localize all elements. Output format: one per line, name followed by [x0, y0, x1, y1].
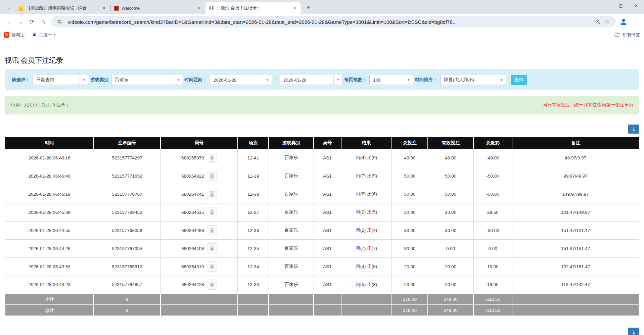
date-start-select[interactable]: 2026-01-28 ▼: [210, 75, 272, 85]
cell-time: 2026-01-28 06:45:39: [5, 203, 94, 221]
total-row-cell-4: [238, 305, 269, 316]
home-button[interactable]: ⌂: [38, 16, 49, 28]
query-type-select[interactable]: 日期查询 ▼: [33, 75, 89, 85]
banker-points: (7): [371, 246, 377, 251]
menu-kebab-icon[interactable]: ⋮: [629, 16, 641, 28]
red-ornament-icon: [113, 5, 119, 11]
query-button[interactable]: 查询: [511, 75, 527, 85]
video-record-button[interactable]: [207, 261, 217, 272]
video-record-button[interactable]: [207, 280, 217, 290]
cell-time: 2026-01-28 06:43:23: [5, 276, 94, 294]
cell-session: 12-37: [238, 203, 269, 221]
total-row-cell-1: 总计: [5, 305, 94, 316]
tab-close-icon[interactable]: ✕: [196, 5, 202, 11]
page-1-button-bottom[interactable]: 1: [628, 328, 639, 335]
video-record-button[interactable]: [207, 207, 217, 217]
zoom-icon[interactable]: [593, 17, 602, 27]
maximize-button[interactable]: ▢: [613, 0, 629, 11]
page-1-button[interactable]: 1: [628, 125, 639, 134]
chevron-down-icon: ▼: [497, 75, 506, 85]
chevron-down-icon: ▼: [404, 75, 413, 85]
table-row: 2026-01-28 06:46:19523157770760680264741…: [5, 185, 639, 203]
cell-valid-bet: 20.00: [428, 276, 473, 294]
subtotal-row-cell-2: 8: [94, 294, 160, 305]
back-button[interactable]: ←: [3, 16, 15, 28]
select-label: 请选择：: [12, 77, 30, 83]
tab-search-button[interactable]: ⌄: [3, 1, 15, 13]
forward-button[interactable]: →: [15, 16, 26, 28]
tab-close-icon[interactable]: ✕: [292, 5, 297, 11]
tab-title: 【新提醒】海燕策略论坛 - 综合: [26, 5, 98, 11]
cell-total-bet: 30.00: [392, 221, 428, 239]
per-page-select[interactable]: 100 ▼: [369, 75, 413, 85]
all-bookmarks[interactable]: 所有书签: [609, 32, 640, 38]
reload-button[interactable]: ⟳: [26, 16, 38, 28]
cell-round-no: 680265070: [160, 149, 238, 167]
cell-bet-no: 523157769452: [94, 203, 160, 221]
video-record-button[interactable]: [207, 225, 217, 235]
video-record-button[interactable]: [207, 189, 217, 199]
summary-bar: 币别 : 人民币 | 总共 :8 注单 | 同局有效投注，统一计算在该局第一张注…: [5, 96, 639, 114]
table-header-row: 时间注单编号局号场次游戏类别桌号结果总投注有效投注总派彩备注: [5, 137, 639, 149]
browser-tab-3[interactable]: :::视讯 会员下注纪录:::✕: [205, 2, 301, 14]
cell-result: 闲(3) 庄(9): [341, 257, 392, 276]
total-row-cell-10: -112.50: [473, 305, 512, 316]
banker-points: (6): [371, 191, 377, 196]
cell-payout: -49.00: [473, 149, 512, 167]
column-header-5: 游戏类别: [269, 137, 314, 149]
subtotal-row-cell-11: [512, 294, 639, 305]
total-row-cell-3: [160, 305, 238, 316]
profile-avatar[interactable]: [618, 16, 629, 28]
column-header-1: 时间: [5, 137, 94, 149]
player-result: 闲: [356, 264, 360, 269]
subtotal-row-cell-9: 249.00: [428, 294, 473, 305]
table-row: 2026-01-28 06:46:46523157771652680264822…: [5, 167, 639, 185]
sort-select[interactable]: 降冪(由大到小) ▼: [440, 75, 506, 85]
cell-result: 闲(2) 庄(5): [341, 203, 392, 221]
tab-close-icon[interactable]: ✕: [101, 5, 107, 11]
player-points: (8): [360, 191, 367, 196]
video-record-button[interactable]: [207, 243, 217, 253]
cell-table-no: AS1: [314, 203, 341, 221]
bookmark-item-1[interactable]: 淘爱淘宝: [4, 32, 25, 38]
player-points: (3): [360, 264, 367, 269]
cell-session: 12-35: [238, 239, 269, 257]
chevron-down-icon: ▼: [174, 75, 183, 85]
video-record-button[interactable]: [207, 153, 217, 163]
address-bar[interactable]: videoie.com/game/betrecord_search/kind3?…: [51, 16, 616, 28]
url-text[interactable]: videoie.com/game/betrecord_search/kind3?…: [68, 19, 593, 25]
window-controls: – ▢ ✕: [598, 0, 644, 11]
bookmarks-container: 淘爱淘宝百度一下: [4, 32, 64, 38]
table-row: 2026-01-28 06:44:55523157768059680264486…: [5, 221, 639, 239]
table-row: 2026-01-28 06:48:16523157774297680265070…: [5, 149, 639, 167]
close-button[interactable]: ✕: [629, 0, 644, 11]
tab-strip: ⌄ 【新提醒】海燕策略论坛 - 综合✕Welcome✕:::视讯 会员下注纪录:…: [0, 0, 644, 14]
date-range-label: 时间区间：: [184, 77, 207, 83]
subtotal-row-cell-6: [314, 294, 341, 305]
cell-game: 百家乐: [269, 239, 314, 257]
query-type-value: 日期查询: [33, 75, 80, 85]
subtotal-row-cell-7: [341, 294, 392, 305]
all-bookmarks-label: 所有书签: [623, 32, 640, 38]
baidu-paw-icon: [32, 32, 37, 38]
per-page-value: 100: [370, 75, 404, 85]
browser-tab-2[interactable]: Welcome✕: [110, 2, 205, 14]
bookmark-item-2[interactable]: 百度一下: [32, 32, 56, 38]
cell-note: 149.97/99.97: [512, 185, 639, 203]
video-record-button[interactable]: [207, 171, 217, 181]
cell-payout: -50.00: [473, 167, 512, 185]
game-type-select[interactable]: 百家乐 ▼: [111, 75, 183, 85]
minimize-button[interactable]: –: [598, 0, 613, 11]
total-row-cell-6: [314, 305, 341, 316]
cell-session: 12-38: [238, 185, 269, 203]
tune-icon[interactable]: [55, 17, 64, 27]
cell-valid-bet: 30.00: [428, 203, 473, 221]
date-end-select[interactable]: 2026-01-28 ▼: [280, 75, 343, 85]
new-tab-button[interactable]: +: [304, 3, 313, 12]
pagination-top: 1: [5, 125, 639, 134]
cell-time: 2026-01-28 06:46:46: [5, 167, 94, 185]
cell-valid-bet: 50.00: [428, 185, 473, 203]
cell-valid-bet: 20.00: [428, 257, 473, 276]
bookmark-star-icon[interactable]: ☆: [602, 17, 612, 27]
browser-tab-1[interactable]: 【新提醒】海燕策略论坛 - 综合✕: [15, 2, 110, 14]
